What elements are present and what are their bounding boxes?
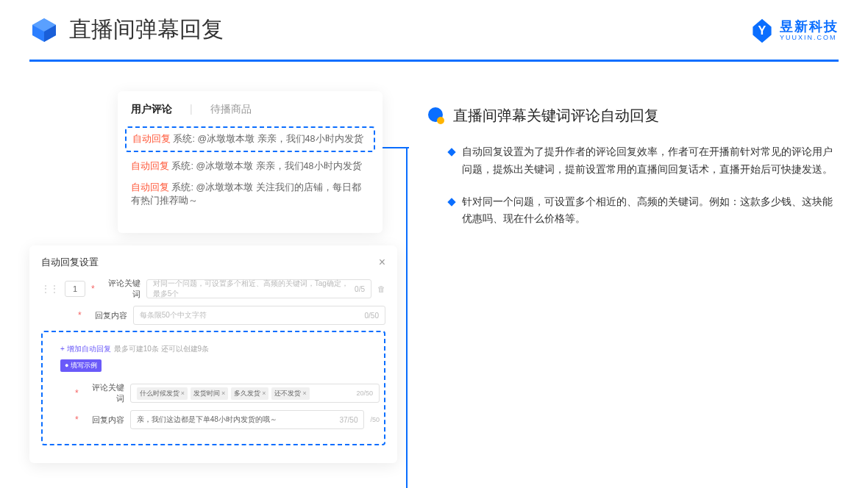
page-header: 直播间弹幕回复	[0, 0, 868, 52]
example-badge: ● 填写示例	[60, 359, 102, 372]
keyword-label: 评论关键词	[101, 278, 140, 300]
auto-reply-badge: 自动回复	[132, 134, 171, 144]
keyword-row: ⋮⋮ 1 * 评论关键词 对同一个问题，可设置多个相近、高频的关键词，Tag确定…	[41, 278, 385, 300]
close-icon[interactable]: ×	[379, 256, 385, 269]
cube-icon	[29, 15, 59, 45]
diamond-icon	[447, 198, 455, 206]
chat-bubble-icon	[427, 107, 446, 126]
tab-user-comments[interactable]: 用户评论	[131, 103, 172, 116]
example-reply-input[interactable]: 亲，我们这边都是下单48小时内发货的哦～ 37/50	[130, 410, 365, 429]
description-column: 直播间弹幕关键词评论自动回复 自动回复设置为了提升作者的评论回复效率，作者可在开…	[427, 91, 839, 429]
example-block: + 增加自动回复最多可建10条 还可以创建9条 ● 填写示例 * 评论关键词 什…	[41, 331, 385, 445]
tab-pending-products[interactable]: 待播商品	[210, 103, 252, 116]
brand-domain: YUUXIN.COM	[780, 35, 839, 42]
highlighted-comment: 自动回复 系统: @冰墩墩本墩 亲亲，我们48小时内发货	[125, 126, 375, 152]
drag-icon[interactable]: ⋮⋮	[41, 284, 59, 294]
add-auto-reply-link[interactable]: + 增加自动回复最多可建10条 还可以创建9条	[60, 344, 380, 354]
reply-input[interactable]: 每条限50个中文字符 0/50	[133, 306, 385, 325]
card-tabs: 用户评论 | 待播商品	[131, 103, 369, 116]
keyword-input[interactable]: 对同一个问题，可设置多个相近、高频的关键词，Tag确定，最多5个 0/5	[146, 279, 371, 298]
example-keyword-input[interactable]: 什么时候发货 发货时间 多久发货 还不发货 20/50	[130, 384, 380, 403]
panel-title-text: 自动回复设置	[41, 256, 99, 269]
reply-row: * 回复内容 每条限50个中文字符 0/50	[41, 306, 385, 325]
svg-text:Y: Y	[758, 24, 766, 37]
bullet-1: 自动回复设置为了提升作者的评论回复效率，作者可在开播前针对常见的评论用户问题，提…	[449, 143, 839, 179]
brand-name: 昱新科技	[780, 20, 839, 35]
svg-point-5	[437, 117, 444, 124]
screenshot-mockups: 用户评论 | 待播商品 自动回复 系统: @冰墩墩本墩 亲亲，我们48小时内发货…	[29, 91, 397, 429]
reply-label: 回复内容	[88, 310, 127, 321]
section-title: 直播间弹幕关键词评论自动回复	[453, 106, 659, 126]
comments-card: 用户评论 | 待播商品 自动回复 系统: @冰墩墩本墩 亲亲，我们48小时内发货…	[118, 91, 383, 233]
settings-panel: 自动回复设置 × ⋮⋮ 1 * 评论关键词 对同一个问题，可设置多个相近、高频的…	[29, 245, 397, 463]
diamond-icon	[447, 148, 455, 156]
brand-icon: Y	[749, 18, 775, 44]
order-number: 1	[65, 281, 85, 297]
page-title: 直播间弹幕回复	[69, 15, 224, 45]
comment-line-2: 自动回复 系统: @冰墩墩本墩 亲亲，我们48小时内发货	[131, 159, 369, 173]
bullet-2: 针对同一个问题，可设置多个相近的、高频的关键词。例如：这款多少钱、这块能优惠吗、…	[449, 193, 839, 229]
brand-logo: Y 昱新科技 YUUXIN.COM	[749, 18, 839, 44]
comment-line-3: 自动回复 系统: @冰墩墩本墩 关注我们的店铺，每日都有热门推荐呦～	[131, 181, 369, 209]
trash-icon[interactable]: 🗑	[377, 284, 385, 293]
